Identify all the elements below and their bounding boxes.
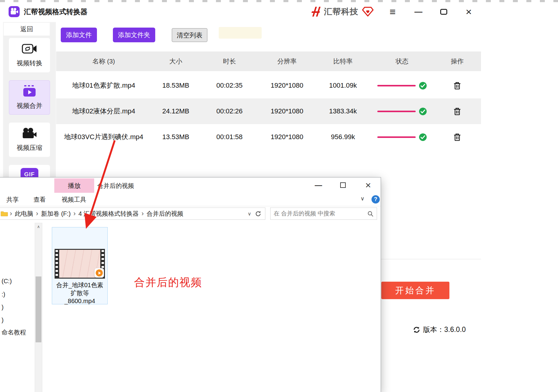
nav-item-fragment[interactable]: 命名教程: [2, 328, 26, 337]
file-size: 18.53MB: [151, 82, 200, 89]
play-icon: [96, 269, 103, 276]
success-check-icon: [419, 82, 427, 90]
sidebar-item-video-merge[interactable]: 视频合并: [9, 80, 50, 115]
explorer-close-button[interactable]: ×: [362, 177, 375, 193]
col-operation: 操作: [433, 57, 481, 66]
table-header: 名称 (3) 大小 时长 分辨率 比特率 状态 操作: [56, 51, 481, 71]
file-operation: [433, 133, 481, 141]
add-file-button[interactable]: 添加文件: [61, 28, 97, 42]
success-check-icon: [419, 107, 427, 116]
update-sync-icon[interactable]: [413, 326, 420, 333]
explorer-titlebar: 播放 合并后的视频 — ×: [0, 177, 381, 193]
sidebar-item-video-compress[interactable]: 视频压缩: [9, 123, 50, 157]
add-folder-button[interactable]: 添加文件夹: [113, 28, 155, 42]
file-name: 地球02液体分层.mp4: [56, 107, 151, 116]
breadcrumb-converter-folder[interactable]: 4 汇帮视频格式转换器: [79, 210, 139, 218]
maximize-icon: [440, 9, 447, 15]
file-name: 地球01色素扩散.mp4: [56, 81, 151, 90]
thumbnail-image: [59, 250, 100, 278]
app-titlebar: 汇帮视频格式转换器 汇帮科技 ≡ — ×: [3, 2, 479, 21]
merged-video-file[interactable]: 合并_地球01色素 扩散等 _8600.mp4: [52, 227, 108, 304]
close-button[interactable]: ×: [462, 4, 475, 19]
brand-name: 汇帮科技: [324, 6, 358, 17]
col-resolution: 分辨率: [259, 57, 315, 66]
file-name-line: 扩散等: [56, 289, 103, 297]
scrollbar-thumb[interactable]: [36, 276, 41, 342]
file-table: 名称 (3) 大小 时长 分辨率 比特率 状态 操作 地球01色素扩散.mp4 …: [56, 51, 481, 150]
folder-icon: [1, 211, 8, 216]
help-icon[interactable]: ?: [371, 195, 380, 204]
explorer-tab-video-tools[interactable]: 视频工具: [62, 193, 86, 206]
chevron-right-icon: ›: [141, 211, 144, 217]
file-operation: [433, 81, 481, 90]
ribbon-collapse-chevron-icon[interactable]: ∨: [360, 195, 364, 202]
menu-icon[interactable]: ≡: [386, 4, 399, 19]
nav-item-fragment[interactable]: (C:): [2, 278, 12, 285]
sidebar-item-video-convert[interactable]: 视频转换: [9, 38, 50, 72]
address-bar[interactable]: › 此电脑 › 新加卷 (F:) › 4 汇帮视频格式转换器 › 合并后的视频 …: [0, 207, 265, 220]
search-input[interactable]: [274, 210, 367, 217]
chevron-right-icon: ›: [73, 211, 75, 217]
explorer-tab-share[interactable]: 共享: [6, 193, 19, 206]
file-size: 13.53MB: [151, 133, 200, 141]
nav-pane-scrollbar[interactable]: ∧: [35, 223, 42, 392]
clipped-top-row: [0, 0, 558, 2]
search-box: [270, 207, 377, 220]
file-status: [371, 133, 433, 141]
disabled-button: [219, 27, 262, 39]
col-name: 名称 (3): [56, 57, 151, 66]
merged-file-name: 合并_地球01色素 扩散等 _8600.mp4: [56, 281, 103, 305]
search-icon[interactable]: [367, 211, 374, 217]
address-dropdown-chevron-icon[interactable]: ∨: [245, 211, 254, 217]
start-merge-button[interactable]: 开始合并: [381, 282, 449, 299]
delete-trash-icon[interactable]: [453, 81, 461, 90]
explorer-tab-view[interactable]: 查看: [33, 193, 46, 206]
file-resolution: 1920*1080: [259, 82, 315, 89]
sidebar-item-label: 视频合并: [17, 101, 42, 110]
explorer-tab-play[interactable]: 播放: [54, 178, 94, 193]
version-row: 版本：3.6.0.0: [413, 325, 466, 334]
brand-logo-icon: [309, 6, 321, 18]
file-resolution: 1920*1080: [259, 107, 315, 115]
col-duration: 时长: [200, 57, 259, 66]
version-text: 版本：3.6.0.0: [423, 325, 466, 334]
video-convert-icon: [22, 43, 37, 56]
file-status: [371, 82, 433, 90]
file-duration: 00:01:58: [200, 133, 259, 141]
file-bitrate: 1001.09k: [315, 82, 371, 89]
explorer-minimize-button[interactable]: —: [312, 177, 325, 193]
minimize-button[interactable]: —: [412, 4, 425, 19]
back-button[interactable]: 返回: [4, 23, 50, 36]
file-size: 24.12MB: [151, 107, 200, 115]
progress-bar: [377, 111, 416, 112]
maximize-button[interactable]: [437, 4, 450, 19]
nav-item-fragment[interactable]: ): [2, 304, 4, 311]
video-thumbnail: [55, 249, 105, 279]
nav-item-fragment[interactable]: ): [2, 317, 4, 324]
clear-list-button[interactable]: 清空列表: [172, 28, 207, 42]
file-name-line: 合并_地球01色素: [56, 281, 103, 289]
nav-item-fragment[interactable]: :): [2, 291, 5, 298]
progress-bar: [377, 136, 416, 138]
refresh-icon[interactable]: [255, 211, 261, 217]
delete-trash-icon[interactable]: [453, 107, 461, 116]
file-bitrate: 1383.34k: [315, 107, 371, 115]
table-row: 地球03VC片遇到碘伏.mp4 13.53MB 00:01:58 1920*10…: [56, 124, 481, 150]
breadcrumb-this-pc[interactable]: 此电脑: [15, 210, 33, 218]
breadcrumb-merged-folder[interactable]: 合并后的视频: [147, 210, 183, 218]
chevron-right-icon: ›: [36, 211, 38, 217]
breadcrumb-drive-f[interactable]: 新加卷 (F:): [41, 210, 71, 218]
scroll-up-arrow-icon[interactable]: ∧: [35, 224, 42, 229]
col-status: 状态: [371, 57, 433, 66]
file-name: 地球03VC片遇到碘伏.mp4: [56, 132, 151, 142]
file-operation: [433, 107, 481, 116]
delete-trash-icon[interactable]: [453, 133, 461, 141]
gem-heart-icon: [362, 6, 374, 17]
sidebar-item-label: 视频压缩: [17, 143, 42, 152]
titlebar-right: 汇帮科技 ≡ — ×: [309, 4, 479, 19]
table-row: 地球01色素扩散.mp4 18.53MB 00:02:35 1920*1080 …: [56, 73, 481, 98]
app-logo-icon: [9, 6, 20, 17]
table-row: 地球02液体分层.mp4 24.12MB 00:02:26 1920*1080 …: [56, 98, 481, 124]
video-merge-icon: [22, 85, 37, 98]
explorer-maximize-button[interactable]: [337, 177, 349, 193]
